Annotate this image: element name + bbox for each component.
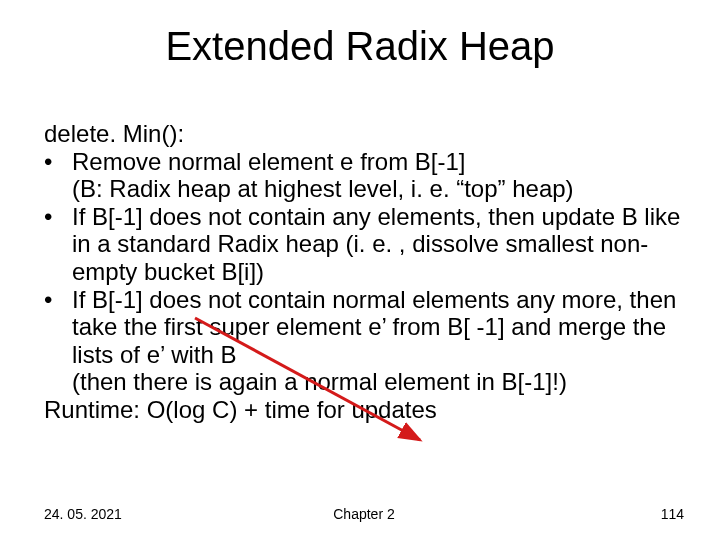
bullet-3-text: If B[-1] does not contain normal element… [72,286,684,396]
line-runtime: Runtime: O(log C) + time for updates [44,396,684,424]
slide: Extended Radix Heap delete. Min(): • Rem… [0,0,720,540]
bullet-1: • Remove normal element e from B[-1] (B:… [44,148,684,203]
bullet-2: • If B[-1] does not contain any elements… [44,203,684,286]
bullet-1-text: Remove normal element e from B[-1] (B: R… [72,148,684,203]
slide-title: Extended Radix Heap [0,24,720,69]
bullet-mark: • [44,148,72,176]
bullet-mark: • [44,203,72,231]
slide-footer: 24. 05. 2021 Chapter 2 114 [44,506,684,522]
bullet-3: • If B[-1] does not contain normal eleme… [44,286,684,396]
line-deletemin: delete. Min(): [44,120,684,148]
bullet-2-text: If B[-1] does not contain any elements, … [72,203,684,286]
slide-body: delete. Min(): • Remove normal element e… [44,120,684,424]
footer-date: 24. 05. 2021 [44,506,122,522]
footer-page: 114 [661,506,684,522]
bullet-mark: • [44,286,72,314]
footer-chapter: Chapter 2 [44,506,684,522]
